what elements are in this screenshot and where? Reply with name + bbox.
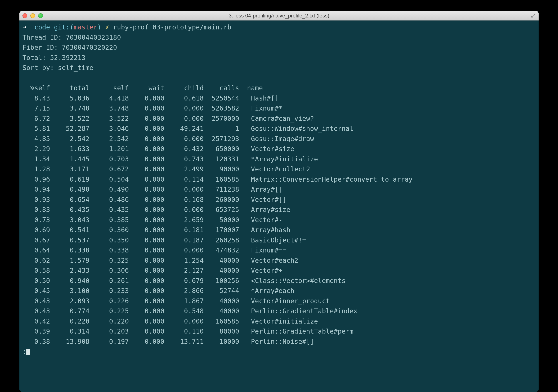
table-row: 0.38 13.908 0.197 0.000 13.711 10000 Per… <box>22 338 314 345</box>
git-label: git:( <box>54 23 74 31</box>
minimize-icon[interactable] <box>30 13 35 18</box>
thread-id-line: Thread ID: 70300440323180 <box>22 34 121 41</box>
total-line: Total: 52.392213 <box>22 54 86 61</box>
git-close: ) <box>97 23 101 31</box>
table-row: 2.29 1.633 1.201 0.000 0.432 650000 Vect… <box>22 145 294 153</box>
table-row: 0.45 3.100 0.233 0.000 2.866 52744 *Arra… <box>22 287 294 295</box>
table-row: 0.58 2.433 0.306 0.000 2.127 40000 Vecto… <box>22 267 282 274</box>
table-row: 8.43 5.036 4.418 0.000 0.618 5250544 Has… <box>22 94 279 102</box>
git-dirty-icon: ✗ <box>105 23 109 31</box>
table-row: 7.15 3.748 3.748 0.000 0.000 5263582 Fix… <box>22 104 282 112</box>
table-row: 0.43 2.093 0.226 0.000 1.867 40000 Vecto… <box>22 297 330 305</box>
terminal-content[interactable]: ➜ code git:(master) ✗ ruby-prof 03-proto… <box>19 20 539 392</box>
table-row: 1.34 1.445 0.703 0.000 0.743 120331 *Arr… <box>22 155 318 163</box>
window-title: 3. less 04-profiling/naive_profile_2.txt… <box>19 13 539 19</box>
terminal-window: 3. less 04-profiling/naive_profile_2.txt… <box>19 11 539 392</box>
table-row: 0.94 0.490 0.490 0.000 0.000 711238 Arra… <box>22 186 282 193</box>
command: ruby-prof 03-prototype/main.rb <box>113 23 231 31</box>
table-row: 0.39 0.314 0.203 0.000 0.110 80000 Perli… <box>22 327 353 335</box>
prompt-dir: code <box>34 23 50 31</box>
table-row: 6.72 3.522 3.522 0.000 0.000 2570000 Cam… <box>22 115 314 122</box>
table-row: 0.42 0.220 0.220 0.000 0.000 160585 Vect… <box>22 317 318 325</box>
table-row: 0.64 0.338 0.338 0.000 0.000 474832 Fixn… <box>22 246 287 254</box>
expand-icon[interactable] <box>531 13 536 18</box>
close-icon[interactable] <box>22 13 27 18</box>
table-header: %self total self wait child calls name <box>22 84 263 92</box>
traffic-lights <box>22 13 43 18</box>
cursor <box>26 349 30 355</box>
table-row: 0.67 0.537 0.350 0.000 0.187 260258 Basi… <box>22 236 306 244</box>
prompt-line: ➜ code git:(master) ✗ ruby-prof 03-proto… <box>22 23 231 31</box>
fiber-id-line: Fiber ID: 70300470320220 <box>22 44 117 51</box>
zoom-icon[interactable] <box>38 13 43 18</box>
table-row: 4.85 2.542 2.542 0.000 0.000 2571293 Gos… <box>22 135 314 143</box>
table-row: 0.69 0.541 0.360 0.000 0.181 170007 Arra… <box>22 226 290 234</box>
table-row: 0.50 0.940 0.261 0.000 0.679 100256 <Cla… <box>22 277 346 284</box>
sort-line: Sort by: self_time <box>22 64 93 71</box>
table-row: 0.73 3.043 0.385 0.000 2.659 50000 Vecto… <box>22 216 282 224</box>
table-row: 0.62 1.579 0.325 0.000 1.254 40000 Vecto… <box>22 257 298 264</box>
titlebar[interactable]: 3. less 04-profiling/naive_profile_2.txt… <box>19 11 539 20</box>
table-row: 0.43 0.774 0.225 0.000 0.548 40000 Perli… <box>22 307 357 315</box>
git-branch: master <box>74 23 97 31</box>
table-row: 5.81 52.287 3.046 0.000 49.241 1 Gosu::W… <box>22 125 353 132</box>
prompt-arrow: ➜ <box>22 23 26 31</box>
pager-prompt[interactable]: : <box>22 348 26 355</box>
table-row: 0.96 0.619 0.504 0.000 0.114 160585 Matr… <box>22 176 412 183</box>
table-row: 1.28 3.171 0.672 0.000 2.499 90000 Vecto… <box>22 165 310 173</box>
table-row: 0.93 0.654 0.486 0.000 0.168 260000 Vect… <box>22 196 287 204</box>
table-row: 0.83 0.435 0.435 0.000 0.000 653725 Arra… <box>22 206 290 213</box>
